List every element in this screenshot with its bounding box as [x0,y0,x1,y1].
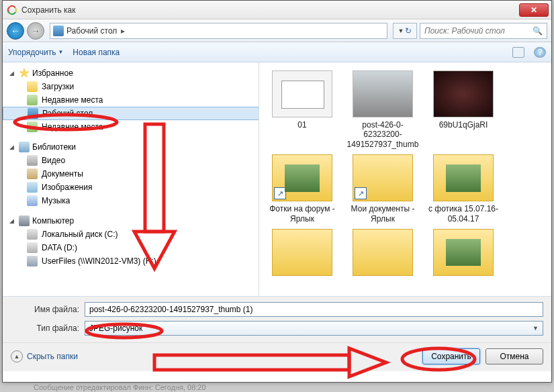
folder-icon [27,81,38,92]
folder-thumbnail: ↗ [353,154,413,201]
tree-item-userfiles-h[interactable]: UserFiles (\\WIN2012-VM3) (H:) [3,254,259,268]
filetype-label: Тип файла: [11,324,85,333]
search-box[interactable]: 🔍 [420,23,547,39]
chevron-down-icon: ▼ [58,49,63,55]
tree-item-downloads[interactable]: Загрузки [3,80,259,93]
image-thumbnail [433,70,494,117]
video-icon [27,155,38,166]
window-title: Сохранить как [21,5,519,15]
address-dropdown[interactable]: ▼ ↻ [393,23,417,39]
file-item[interactable]: с фотика 15.07.16-05.04.17 [426,154,501,224]
disk-icon [27,229,38,240]
tree-item-local-disk-c[interactable]: Локальный диск (C:) [3,228,259,241]
tree-item-video[interactable]: Видео [3,154,259,167]
search-icon: 🔍 [533,26,543,36]
chevron-down-icon: ▼ [533,325,539,332]
search-input[interactable] [424,26,533,36]
tree-item-music[interactable]: Музыка [3,194,259,207]
desktop-icon [53,26,64,36]
address-bar[interactable]: Рабочий стол ▸ [50,23,387,39]
folder-thumbnail [272,229,332,276]
filename-label: Имя файла: [11,305,85,314]
image-thumbnail [353,70,413,117]
tree-item-documents[interactable]: Документы [3,167,259,181]
folder-thumbnail [353,229,413,276]
libraries-icon [19,142,30,152]
folder-thumbnail [433,154,494,201]
hide-folders-toggle[interactable]: ▲ Скрыть папки [11,350,78,362]
tree-item-data-d[interactable]: DATA (D:) [3,241,259,254]
file-item[interactable]: post-426-0-62323200-1491527937_thumb [345,70,420,149]
tree-libraries-header[interactable]: ◢ Библиотеки [3,140,259,154]
file-item[interactable]: 69bU1qGjaRI [426,70,501,149]
computer-icon [19,215,30,226]
tree-item-desktop[interactable]: Рабочий стол [3,107,259,120]
dialog-footer: ▲ Скрыть папки Сохранить Отмена [3,342,551,371]
file-item[interactable]: ↗ Мои документы - Ярлык [345,154,420,224]
navigation-bar: ← → Рабочий стол ▸ ▼ ↻ 🔍 [3,19,551,42]
save-button[interactable]: Сохранить [422,348,480,364]
organize-menu[interactable]: Упорядочить ▼ [8,48,63,57]
folder-thumbnail [433,229,494,276]
tree-favorites-header[interactable]: ◢ Избранное [3,66,259,80]
star-icon [19,68,30,79]
filetype-select[interactable]: JPEG-рисунок▼ [85,321,543,336]
collapse-icon: ◢ [9,217,16,224]
chevron-right-icon: ▸ [121,26,125,36]
recent-icon [27,121,38,132]
titlebar: Сохранить как ✕ [3,1,551,19]
folder-thumbnail: ↗ [272,154,332,201]
file-item[interactable] [426,229,501,279]
new-folder-button[interactable]: Новая папка [73,48,120,57]
recent-icon [27,95,38,105]
tree-computer-header[interactable]: ◢ Компьютер [3,214,259,228]
back-button[interactable]: ← [7,22,24,40]
network-drive-icon [27,256,38,266]
shortcut-overlay-icon: ↗ [355,187,367,199]
toolbar: Упорядочить ▼ Новая папка ? [3,42,551,62]
breadcrumb-location: Рабочий стол [66,26,117,36]
status-text: Сообщение отредактировал Финн: Сегодня, … [34,383,206,391]
file-item[interactable]: ↗ Фотки на форум - Ярлык [265,154,340,224]
collapse-icon: ◢ [9,70,16,77]
chevron-up-icon: ▲ [11,350,23,362]
file-item[interactable] [265,229,340,279]
app-icon [7,5,17,15]
desktop-icon [28,108,38,119]
file-item[interactable]: 01 [265,70,340,149]
file-item[interactable] [345,229,420,279]
tree-item-recent[interactable]: Недавние места [3,93,259,107]
music-icon [27,195,38,206]
file-list: 01 post-426-0-62323200-1491527937_thumb … [259,62,551,296]
close-button[interactable]: ✕ [519,3,549,17]
image-thumbnail [272,70,332,117]
save-as-dialog: Сохранить как ✕ ← → Рабочий стол ▸ ▼ ↻ 🔍… [2,0,552,383]
navigation-tree: ◢ Избранное Загрузки Недавние места Рабо… [3,62,259,296]
filename-input[interactable]: post-426-0-62323200-1491527937_thumb (1) [85,302,543,317]
documents-icon [27,168,38,179]
refresh-icon: ↻ [405,26,412,36]
help-button[interactable]: ? [534,47,546,58]
tree-item-pictures[interactable]: Изображения [3,181,259,194]
shortcut-overlay-icon: ↗ [274,187,286,199]
collapse-icon: ◢ [9,144,16,150]
chevron-down-icon: ▼ [398,28,404,34]
pictures-icon [27,182,38,193]
disk-icon [27,242,38,253]
file-fields: Имя файла: post-426-0-62323200-149152793… [3,296,551,342]
cancel-button[interactable]: Отмена [486,348,543,364]
tree-item-recent-2[interactable]: Недавние места [3,120,259,134]
forward-button[interactable]: → [27,22,44,40]
view-options-button[interactable] [512,47,524,58]
